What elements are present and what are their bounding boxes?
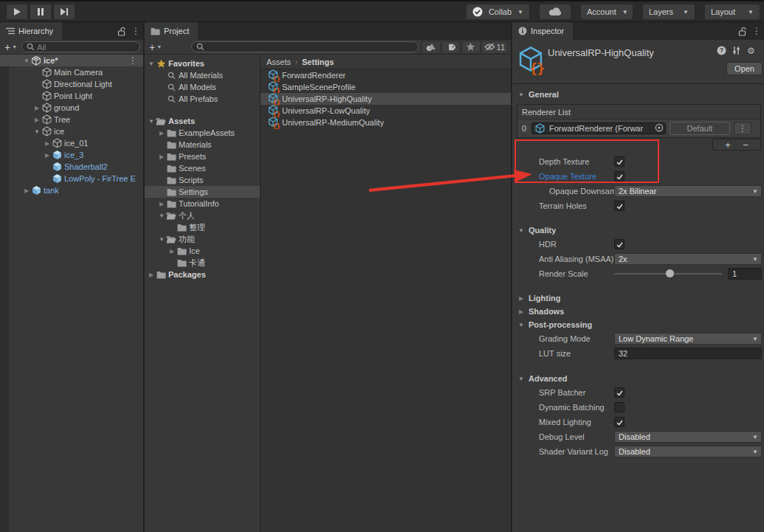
foldout-expanded-icon[interactable]: ▼ bbox=[157, 213, 166, 219]
file-row[interactable]: {}UniversalRP-MediumQuality bbox=[261, 117, 511, 128]
project-tree-item-all-prefabs[interactable]: All Prefabs bbox=[145, 93, 260, 105]
object-picker-icon[interactable] bbox=[655, 123, 664, 134]
project-tree-item-all-materials[interactable]: All Materials bbox=[145, 69, 260, 81]
hierarchy-item-ground[interactable]: ▶ground bbox=[0, 102, 143, 114]
dropdown-field[interactable]: Low Dynamic Range▼ bbox=[614, 333, 762, 345]
project-tree-item-ice[interactable]: ▶Ice bbox=[145, 245, 260, 257]
account-dropdown[interactable]: Account ▼ bbox=[580, 4, 633, 20]
project-tree-item-all-models[interactable]: All Models bbox=[145, 81, 260, 93]
hierarchy-item-ice-3[interactable]: ▶ice_3 bbox=[0, 149, 143, 161]
hierarchy-item-ice[interactable]: ▼ice bbox=[0, 125, 143, 137]
foldout-collapsed-icon[interactable]: ▶ bbox=[157, 153, 166, 160]
file-row[interactable]: {}UniversalRP-HighQuality bbox=[261, 93, 511, 105]
checkbox-checked[interactable] bbox=[614, 417, 624, 427]
foldout-collapsed-icon[interactable]: ▶ bbox=[32, 105, 41, 111]
foldout-expanded-icon[interactable]: ▼ bbox=[517, 322, 526, 328]
dropdown-field[interactable]: Disabled▼ bbox=[614, 446, 762, 457]
project-tree-item-materials[interactable]: Materials bbox=[145, 139, 260, 151]
create-asset-button[interactable]: +▼ bbox=[148, 41, 163, 53]
project-tree-item-个人[interactable]: ▼个人 bbox=[145, 210, 260, 221]
slider-knob[interactable] bbox=[666, 269, 674, 277]
foldout-collapsed-icon[interactable]: ▶ bbox=[517, 308, 526, 315]
hierarchy-item-directional-light[interactable]: Directional Light bbox=[0, 78, 143, 90]
collab-dropdown[interactable]: Collab ▼ bbox=[466, 4, 530, 20]
hierarchy-item-point-light[interactable]: Point Light bbox=[0, 90, 143, 102]
open-button[interactable]: Open bbox=[726, 62, 763, 75]
checkbox-checked[interactable] bbox=[614, 387, 624, 398]
hierarchy-item-lowpoly-firtree-e[interactable]: LowPoly - FirTree E bbox=[0, 173, 143, 184]
dropdown-field[interactable]: 2x Bilinear▼ bbox=[614, 185, 762, 197]
help-icon[interactable]: ? bbox=[717, 46, 726, 55]
dropdown-field[interactable]: 2x▼ bbox=[614, 253, 762, 265]
foldout-expanded-icon[interactable]: ▼ bbox=[22, 58, 31, 64]
kebab-menu-icon[interactable]: ⋮ bbox=[131, 27, 140, 35]
tab-project[interactable]: Project bbox=[145, 22, 198, 40]
tab-hierarchy[interactable]: Hierarchy bbox=[0, 22, 62, 40]
dropdown-field[interactable]: Disabled▼ bbox=[614, 431, 762, 443]
foldout-expanded-icon[interactable]: ▼ bbox=[32, 128, 41, 135]
layers-dropdown[interactable]: Layers ▼ bbox=[642, 4, 695, 20]
pause-button[interactable] bbox=[30, 4, 52, 20]
remove-renderer-button[interactable]: − bbox=[743, 139, 748, 151]
project-tree-item-favorites[interactable]: ▼Favorites bbox=[145, 58, 260, 69]
foldout-expanded-icon[interactable]: ▼ bbox=[157, 236, 166, 243]
file-row[interactable]: {}ForwardRenderer bbox=[261, 69, 511, 81]
checkbox-checked[interactable] bbox=[614, 201, 624, 211]
project-tree-item-整理[interactable]: 整理 bbox=[145, 221, 260, 233]
foldout-collapsed-icon[interactable]: ▶ bbox=[43, 140, 52, 147]
slider-value-field[interactable]: 1 bbox=[728, 268, 762, 280]
kebab-menu-icon[interactable]: ⋮ bbox=[734, 122, 751, 135]
checkbox-checked[interactable] bbox=[614, 239, 624, 249]
renderer-object-field[interactable]: ForwardRenderer (Forwar bbox=[531, 122, 666, 134]
hierarchy-item-tree[interactable]: ▶Tree bbox=[0, 114, 143, 125]
section-advanced[interactable]: ▼Advanced bbox=[512, 372, 764, 385]
project-tree-item-assets[interactable]: ▼Assets bbox=[145, 115, 260, 127]
hierarchy-item-shaderball2[interactable]: Shaderball2 bbox=[0, 161, 143, 173]
slider[interactable] bbox=[614, 269, 722, 279]
foldout-collapsed-icon[interactable]: ▶ bbox=[517, 295, 526, 302]
section-general[interactable]: ▼General bbox=[512, 88, 764, 101]
project-tree-item-presets[interactable]: ▶Presets bbox=[145, 151, 260, 162]
checkbox-checked[interactable] bbox=[614, 156, 624, 167]
checkbox-checked[interactable] bbox=[614, 171, 624, 182]
file-row[interactable]: {}SampleSceneProfile bbox=[261, 81, 511, 93]
project-search-input[interactable] bbox=[191, 41, 418, 52]
project-tree-item-exampleassets[interactable]: ▶ExampleAssets bbox=[145, 127, 260, 139]
hierarchy-item-ice-01[interactable]: ▶ice_01 bbox=[0, 137, 143, 149]
foldout-collapsed-icon[interactable]: ▶ bbox=[157, 201, 166, 207]
renderer-list-row[interactable]: 0ForwardRenderer (ForwarDefault⋮ bbox=[517, 120, 760, 137]
foldout-expanded-icon[interactable]: ▼ bbox=[517, 227, 526, 234]
gear-icon[interactable]: ⚙ bbox=[746, 46, 756, 55]
section-lighting[interactable]: ▶Lighting bbox=[512, 291, 764, 305]
create-object-button[interactable]: +▼ bbox=[3, 41, 18, 53]
lock-icon[interactable] bbox=[738, 27, 746, 36]
project-tree-item-scripts[interactable]: Scripts bbox=[145, 174, 260, 186]
hierarchy-item-tank[interactable]: ▶tank bbox=[0, 184, 143, 196]
section-post-processing[interactable]: ▼Post-processing bbox=[512, 318, 764, 331]
project-tree-item-卡通[interactable]: 卡通 bbox=[145, 257, 260, 269]
kebab-menu-icon[interactable]: ⋮ bbox=[752, 27, 761, 35]
foldout-collapsed-icon[interactable]: ▶ bbox=[157, 130, 166, 137]
presets-icon[interactable] bbox=[732, 46, 741, 55]
foldout-collapsed-icon[interactable]: ▶ bbox=[22, 187, 31, 194]
play-button[interactable] bbox=[6, 4, 28, 20]
breadcrumb-root[interactable]: Assets bbox=[266, 58, 291, 66]
project-tree-item-scenes[interactable]: Scenes bbox=[145, 162, 260, 174]
number-field[interactable]: 32 bbox=[614, 348, 762, 359]
hierarchy-item-main-camera[interactable]: Main Camera bbox=[0, 66, 143, 78]
lock-icon[interactable] bbox=[117, 27, 125, 36]
favorites-filter-button[interactable] bbox=[461, 41, 481, 54]
add-renderer-button[interactable]: + bbox=[725, 139, 731, 151]
step-button[interactable] bbox=[53, 4, 75, 20]
hierarchy-search-input[interactable]: All bbox=[21, 41, 140, 52]
project-tree-item-packages[interactable]: ▶Packages bbox=[145, 269, 260, 280]
kebab-menu-icon[interactable]: ⋮ bbox=[128, 56, 137, 65]
default-button[interactable]: Default bbox=[670, 122, 730, 135]
foldout-expanded-icon[interactable]: ▼ bbox=[517, 91, 526, 98]
section-quality[interactable]: ▼Quality bbox=[512, 224, 764, 237]
section-shadows[interactable]: ▶Shadows bbox=[512, 305, 764, 318]
filter-by-type-button[interactable] bbox=[421, 41, 441, 54]
breadcrumb-current[interactable]: Settings bbox=[302, 58, 334, 66]
project-tree-item-tutorialinfo[interactable]: ▶TutorialInfo bbox=[145, 198, 260, 210]
project-tree-item-settings[interactable]: Settings bbox=[145, 186, 260, 198]
